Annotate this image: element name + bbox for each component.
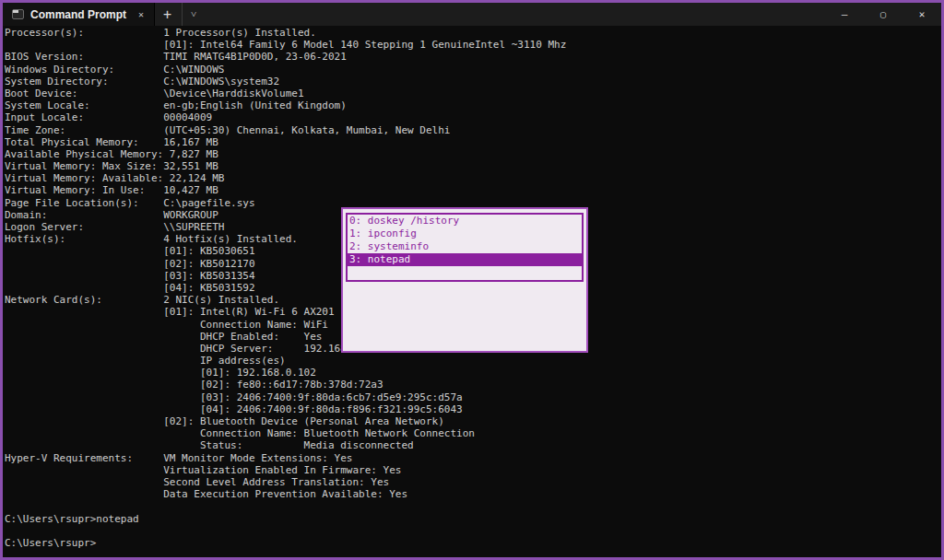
terminal-line: C:\Users\rsupr>notepad	[5, 513, 941, 525]
new-tab-button[interactable]: +	[155, 3, 180, 26]
terminal-line: Virtual Memory: In Use: 10,427 MB	[5, 184, 941, 196]
terminal-line: Input Locale: 00004009	[5, 111, 941, 123]
chevron-down-icon: ˅	[191, 8, 196, 20]
terminal-line: [03]: 2406:7400:9f:80da:6cb7:d5e9:295c:d…	[5, 391, 941, 403]
terminal-line: Available Physical Memory: 7,827 MB	[5, 148, 941, 160]
terminal-line: Data Execution Prevention Available: Yes	[5, 488, 941, 500]
history-item[interactable]: 1: ipconfig	[348, 228, 582, 240]
tab-close-icon[interactable]: ✕	[136, 3, 147, 26]
terminal-line: Second Level Address Translation: Yes	[5, 476, 941, 488]
terminal-line: Virtual Memory: Available: 22,124 MB	[5, 172, 941, 184]
terminal-line: [02]: Bluetooth Device (Personal Area Ne…	[5, 415, 941, 427]
close-button[interactable]: ✕	[903, 3, 941, 26]
terminal-line	[5, 500, 941, 512]
terminal-window: { "window": { "tab": { "title": "Command…	[0, 0, 944, 560]
tab-command-prompt[interactable]: Command Prompt ✕	[3, 3, 155, 26]
terminal-line: Hyper-V Requirements: VM Monitor Mode Ex…	[5, 452, 941, 464]
history-popup-list: 0: doskey /history1: ipconfig2: systemin…	[346, 213, 584, 282]
terminal-line: Virtual Memory: Max Size: 32,551 MB	[5, 160, 941, 172]
terminal-line: Virtualization Enabled In Firmware: Yes	[5, 464, 941, 476]
titlebar-drag-region	[205, 3, 825, 26]
terminal-line	[5, 525, 941, 537]
titlebar: Command Prompt ✕ + ˅ — ▢ ✕	[3, 3, 941, 26]
terminal-line: Processor(s): 1 Processor(s) Installed.	[5, 27, 941, 39]
plus-icon: +	[163, 6, 171, 23]
terminal-line: Total Physical Memory: 16,167 MB	[5, 136, 941, 148]
history-item[interactable]: 2: systeminfo	[348, 240, 582, 253]
terminal-line: [02]: fe80::6d17:78b:378d:72a3	[5, 379, 941, 391]
history-item-selected[interactable]: 3: notepad	[348, 253, 582, 266]
terminal-line: Status: Media disconnected	[5, 439, 941, 451]
window-controls: — ▢ ✕	[825, 3, 941, 26]
tab-title: Command Prompt	[30, 8, 129, 21]
terminal-line: Time Zone: (UTC+05:30) Chennai, Kolkata,…	[5, 124, 941, 136]
terminal-line: IP address(es)	[5, 355, 941, 367]
terminal-line: System Directory: C:\WINDOWS\system32	[5, 76, 941, 88]
command-prompt-icon	[12, 9, 24, 19]
maximize-button[interactable]: ▢	[864, 3, 903, 26]
minimize-icon: —	[842, 8, 848, 20]
terminal-line: [04]: 2406:7400:9f:80da:f896:f321:99c5:6…	[5, 403, 941, 415]
history-item[interactable]: 0: doskey /history	[348, 215, 582, 228]
terminal-line: C:\Users\rsupr>	[5, 537, 941, 549]
terminal-line: [01]: 192.168.0.102	[5, 367, 941, 379]
tab-dropdown-button[interactable]: ˅	[182, 3, 205, 26]
minimize-button[interactable]: —	[825, 3, 864, 26]
terminal-line: System Locale: en-gb;English (United Kin…	[5, 99, 941, 111]
terminal-line: Boot Device: \Device\HarddiskVolume1	[5, 88, 941, 99]
terminal-line: BIOS Version: TIMI RMATG4B1P0D0D, 23-06-…	[5, 51, 941, 63]
maximize-icon: ▢	[880, 9, 886, 19]
command-history-popup: 0: doskey /history1: ipconfig2: systemin…	[341, 207, 588, 353]
terminal-line: [01]: Intel64 Family 6 Model 140 Steppin…	[5, 39, 941, 51]
close-icon: ✕	[919, 8, 926, 20]
terminal-line: Connection Name: Bluetooth Network Conne…	[5, 427, 941, 439]
terminal-line: Windows Directory: C:\WINDOWS	[5, 64, 941, 76]
